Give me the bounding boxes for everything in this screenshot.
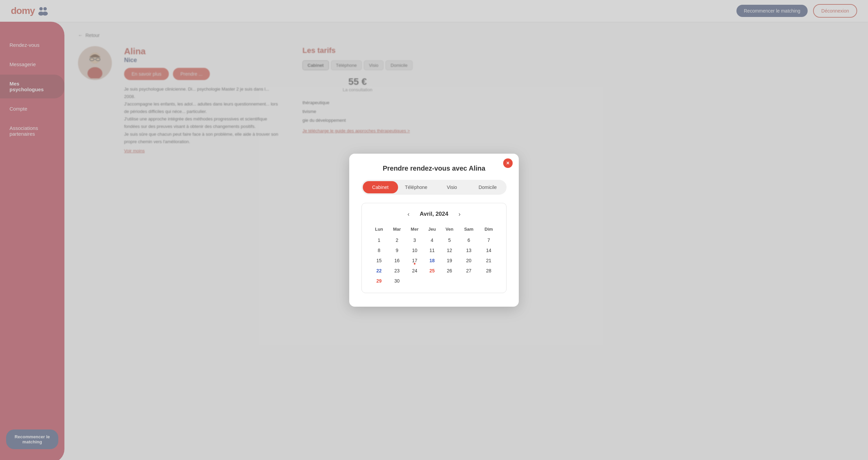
weekday-sam: Sam bbox=[458, 225, 479, 235]
calendar-day[interactable]: 28 bbox=[479, 266, 498, 276]
calendar-day-18[interactable]: 18 bbox=[423, 255, 441, 266]
weekday-ven: Ven bbox=[441, 225, 458, 235]
modal: × Prendre rendez-vous avec Alina Cabinet… bbox=[349, 154, 519, 307]
calendar-day[interactable]: 2 bbox=[388, 235, 406, 245]
weekday-mer: Mer bbox=[406, 225, 423, 235]
calendar-day today-dot[interactable]: 17 • bbox=[406, 255, 423, 266]
calendar-day-empty bbox=[406, 276, 423, 286]
calendar-row: 22 23 24 25 26 27 28 bbox=[370, 266, 498, 276]
calendar-day-empty bbox=[441, 276, 458, 286]
calendar-day[interactable]: 4 bbox=[423, 235, 441, 245]
calendar-day[interactable]: 19 bbox=[441, 255, 458, 266]
consult-tabs: Cabinet Téléphone Visio Domicile bbox=[361, 180, 507, 195]
calendar-day[interactable]: 16 bbox=[388, 255, 406, 266]
calendar-day[interactable]: 15 bbox=[370, 255, 388, 266]
calendar-row: 15 16 17 • 18 19 20 21 bbox=[370, 255, 498, 266]
calendar-day-25[interactable]: 25 bbox=[423, 266, 441, 276]
calendar-day-29[interactable]: 29 bbox=[370, 276, 388, 286]
calendar-day[interactable]: 20 bbox=[458, 255, 479, 266]
consult-tab-domicile[interactable]: Domicile bbox=[470, 181, 506, 193]
consult-tab-visio[interactable]: Visio bbox=[434, 181, 470, 193]
weekday-dim: Dim bbox=[479, 225, 498, 235]
calendar-header: ‹ Avril, 2024 › bbox=[370, 210, 498, 218]
calendar: ‹ Avril, 2024 › Lun Mar Mer Jeu Ven bbox=[361, 203, 507, 293]
calendar-day[interactable]: 1 bbox=[370, 235, 388, 245]
calendar-day[interactable]: 7 bbox=[479, 235, 498, 245]
main-content: ← Retour bbox=[64, 22, 868, 460]
modal-overlay[interactable]: × Prendre rendez-vous avec Alina Cabinet… bbox=[64, 22, 868, 460]
calendar-day[interactable]: 14 bbox=[479, 245, 498, 255]
calendar-row: 29 30 bbox=[370, 276, 498, 286]
calendar-day-empty bbox=[479, 276, 498, 286]
calendar-day[interactable]: 9 bbox=[388, 245, 406, 255]
calendar-day[interactable]: 27 bbox=[458, 266, 479, 276]
consult-tab-cabinet[interactable]: Cabinet bbox=[363, 181, 398, 193]
calendar-prev-button[interactable]: ‹ bbox=[406, 210, 412, 218]
calendar-day[interactable]: 3 bbox=[406, 235, 423, 245]
calendar-grid: Lun Mar Mer Jeu Ven Sam Dim bbox=[370, 225, 498, 286]
calendar-day[interactable]: 30 bbox=[388, 276, 406, 286]
calendar-day-22[interactable]: 22 bbox=[370, 266, 388, 276]
calendar-month-label: Avril, 2024 bbox=[420, 211, 448, 217]
calendar-day[interactable]: 21 bbox=[479, 255, 498, 266]
modal-title: Prendre rendez-vous avec Alina bbox=[361, 165, 507, 172]
calendar-day-empty bbox=[458, 276, 479, 286]
calendar-row: 8 9 10 11 12 13 14 bbox=[370, 245, 498, 255]
calendar-day[interactable]: 5 bbox=[441, 235, 458, 245]
calendar-day[interactable]: 13 bbox=[458, 245, 479, 255]
calendar-next-button[interactable]: › bbox=[456, 210, 462, 218]
modal-close-button[interactable]: × bbox=[503, 158, 513, 168]
calendar-day[interactable]: 11 bbox=[423, 245, 441, 255]
calendar-day[interactable]: 24 bbox=[406, 266, 423, 276]
calendar-day[interactable]: 23 bbox=[388, 266, 406, 276]
calendar-day[interactable]: 10 bbox=[406, 245, 423, 255]
calendar-day-empty bbox=[423, 276, 441, 286]
consult-tab-telephone[interactable]: Téléphone bbox=[399, 181, 434, 193]
weekday-jeu: Jeu bbox=[423, 225, 441, 235]
calendar-day[interactable]: 6 bbox=[458, 235, 479, 245]
calendar-day[interactable]: 26 bbox=[441, 266, 458, 276]
calendar-day[interactable]: 8 bbox=[370, 245, 388, 255]
calendar-day[interactable]: 12 bbox=[441, 245, 458, 255]
weekday-lun: Lun bbox=[370, 225, 388, 235]
calendar-row: 1 2 3 4 5 6 7 bbox=[370, 235, 498, 245]
weekday-mar: Mar bbox=[388, 225, 406, 235]
layout: Rendez-vous Messagerie Mes psychologues … bbox=[0, 22, 868, 460]
